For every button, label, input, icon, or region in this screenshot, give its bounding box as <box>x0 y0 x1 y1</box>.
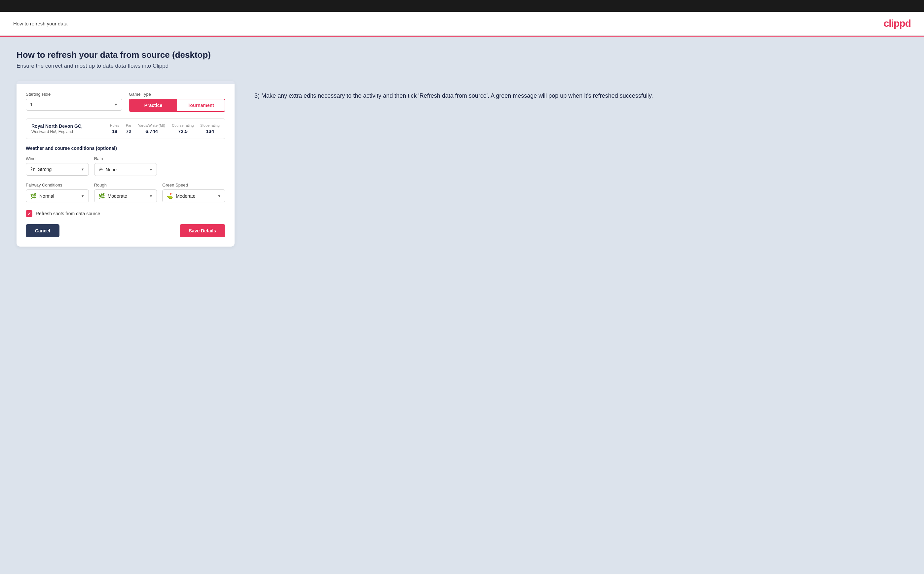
rough-col: Rough 🌿 Moderate ▼ <box>94 182 157 202</box>
stat-holes-value: 18 <box>110 128 119 134</box>
starting-hole-chevron-icon: ▼ <box>114 102 118 107</box>
cancel-button[interactable]: Cancel <box>26 224 60 237</box>
fairway-col: Fairway Conditions 🌿 Normal ▼ <box>26 182 89 202</box>
green-speed-col: Green Speed ⛳ Moderate ▼ <box>162 182 225 202</box>
refresh-checkbox[interactable] <box>26 210 32 217</box>
wind-dropdown[interactable]: 🌬 Strong ▼ <box>26 163 89 176</box>
stat-course-rating: Course rating 72.5 <box>172 124 194 134</box>
stat-par-value: 72 <box>126 128 131 134</box>
wind-label: Wind <box>26 156 89 161</box>
fairway-label: Fairway Conditions <box>26 182 89 187</box>
stat-slope-rating: Slope rating 134 <box>200 124 220 134</box>
form-card: Starting Hole 1 ▼ Game Type Practice Tou… <box>16 81 234 247</box>
rough-chevron-icon: ▼ <box>149 194 153 198</box>
fairway-value: Normal <box>39 193 78 199</box>
top-bar <box>0 0 924 12</box>
breadcrumb: How to refresh your data <box>13 21 68 26</box>
placeholder-col <box>162 156 225 176</box>
weather-section-title: Weather and course conditions (optional) <box>26 145 225 151</box>
practice-button[interactable]: Practice <box>129 99 177 111</box>
refresh-checkbox-row: Refresh shots from data source <box>26 210 225 217</box>
wind-chevron-icon: ▼ <box>81 168 84 171</box>
button-row: Cancel Save Details <box>26 224 225 237</box>
course-name: Royal North Devon GC, <box>31 124 107 129</box>
conditions-grid: Fairway Conditions 🌿 Normal ▼ Rough 🌿 Mo… <box>26 182 225 202</box>
stat-slope-rating-label: Slope rating <box>200 124 220 127</box>
course-name-block: Royal North Devon GC, Westward Ho!, Engl… <box>31 124 107 134</box>
starting-hole-col: Starting Hole 1 ▼ <box>26 92 122 112</box>
rain-col: Rain ☀ None ▼ <box>94 156 157 176</box>
game-type-col: Game Type Practice Tournament <box>129 92 225 112</box>
card-top-strip <box>16 81 234 84</box>
rough-value: Moderate <box>108 193 147 199</box>
page-subtitle: Ensure the correct and most up to date d… <box>16 63 908 69</box>
content-layout: Starting Hole 1 ▼ Game Type Practice Tou… <box>16 81 908 247</box>
green-speed-chevron-icon: ▼ <box>217 194 221 198</box>
rough-icon: 🌿 <box>99 193 105 199</box>
course-info-box: Royal North Devon GC, Westward Ho!, Engl… <box>26 119 225 139</box>
footer: Copyright Clippd 2022 <box>0 574 924 577</box>
stat-holes: Holes 18 <box>110 124 119 134</box>
starting-hole-select[interactable]: 1 ▼ <box>26 99 122 111</box>
rain-dropdown[interactable]: ☀ None ▼ <box>94 163 157 176</box>
stat-holes-label: Holes <box>110 124 119 127</box>
row-starting-gametype: Starting Hole 1 ▼ Game Type Practice Tou… <box>26 92 225 112</box>
green-speed-icon: ⛳ <box>166 193 173 199</box>
green-speed-label: Green Speed <box>162 182 225 187</box>
logo: clippd <box>884 18 911 29</box>
fairway-icon: 🌿 <box>30 193 37 199</box>
starting-hole-label: Starting Hole <box>26 92 122 97</box>
stat-yards-label: Yards/White (M)) <box>138 124 165 127</box>
game-type-toggle: Practice Tournament <box>129 99 225 112</box>
weather-grid: Wind 🌬 Strong ▼ Rain ☀ None ▼ <box>26 156 225 176</box>
side-desc-text: 3) Make any extra edits necessary to the… <box>254 91 908 101</box>
stat-course-rating-label: Course rating <box>172 124 194 127</box>
header: How to refresh your data clippd <box>0 12 924 35</box>
course-location: Westward Ho!, England <box>31 129 107 134</box>
rough-label: Rough <box>94 182 157 187</box>
course-stats: Holes 18 Par 72 Yards/White (M)) 6,744 C… <box>107 124 220 134</box>
green-speed-value: Moderate <box>176 193 215 199</box>
rain-chevron-icon: ▼ <box>149 168 153 172</box>
starting-hole-value: 1 <box>30 102 33 107</box>
stat-course-rating-value: 72.5 <box>172 128 194 134</box>
game-type-label: Game Type <box>129 92 225 97</box>
refresh-checkbox-label: Refresh shots from data source <box>36 211 100 216</box>
page-title: How to refresh your data from source (de… <box>16 50 908 60</box>
stat-par: Par 72 <box>126 124 131 134</box>
main-content: How to refresh your data from source (de… <box>0 37 924 574</box>
tournament-button[interactable]: Tournament <box>177 99 225 111</box>
rain-icon: ☀ <box>99 166 103 172</box>
stat-yards-value: 6,744 <box>138 128 165 134</box>
wind-icon: 🌬 <box>30 166 36 172</box>
rain-label: Rain <box>94 156 157 161</box>
rain-value: None <box>106 167 147 172</box>
green-speed-dropdown[interactable]: ⛳ Moderate ▼ <box>162 190 225 202</box>
wind-col: Wind 🌬 Strong ▼ <box>26 156 89 176</box>
fairway-chevron-icon: ▼ <box>81 194 84 198</box>
wind-value: Strong <box>38 167 78 172</box>
stat-yards: Yards/White (M)) 6,744 <box>138 124 165 134</box>
save-details-button[interactable]: Save Details <box>180 224 226 237</box>
fairway-dropdown[interactable]: 🌿 Normal ▼ <box>26 190 89 202</box>
stat-par-label: Par <box>126 124 131 127</box>
side-description: 3) Make any extra edits necessary to the… <box>254 81 908 101</box>
rough-dropdown[interactable]: 🌿 Moderate ▼ <box>94 190 157 202</box>
stat-slope-rating-value: 134 <box>200 128 220 134</box>
